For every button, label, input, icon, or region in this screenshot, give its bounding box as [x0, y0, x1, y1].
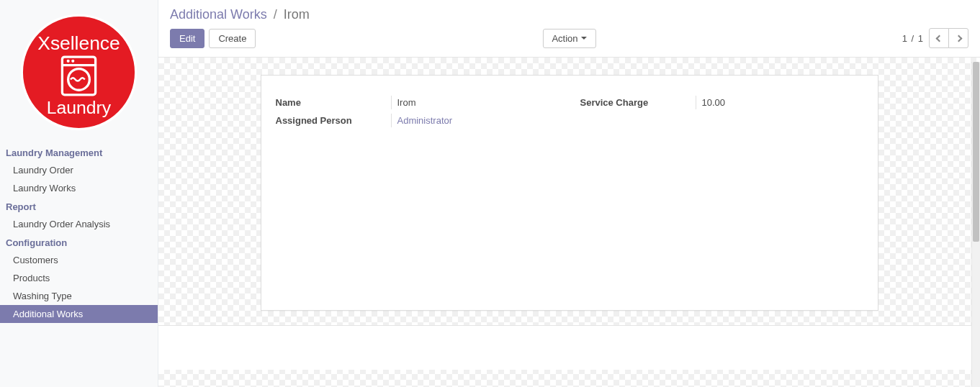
- pager-text: 1 / 1: [902, 33, 923, 44]
- breadcrumb: Additional Works / Irom: [158, 0, 980, 28]
- logo-top-text: Xsellence: [37, 32, 120, 54]
- edit-button[interactable]: Edit: [170, 29, 204, 48]
- pager-prev-button[interactable]: [929, 28, 949, 48]
- nav-section-report[interactable]: Report: [0, 197, 158, 215]
- field-value-assigned-person[interactable]: Administrator: [391, 114, 559, 127]
- pager-next-button[interactable]: [948, 28, 968, 48]
- nav-item-products[interactable]: Products: [0, 269, 158, 287]
- form-footer-area: [158, 325, 980, 370]
- nav-item-customers[interactable]: Customers: [0, 251, 158, 269]
- chevron-right-icon: [955, 35, 962, 42]
- action-dropdown-button[interactable]: Action: [542, 29, 595, 48]
- scrollbar-thumb[interactable]: [973, 62, 979, 242]
- nav-section-laundry-management[interactable]: Laundry Management: [0, 143, 158, 161]
- breadcrumb-separator: /: [274, 7, 277, 22]
- caret-down-icon: [581, 37, 587, 40]
- main-content: Additional Works / Irom Edit Create Acti…: [158, 0, 980, 387]
- create-button[interactable]: Create: [209, 29, 256, 48]
- vertical-scrollbar[interactable]: [971, 62, 980, 387]
- field-label-service-charge: Service Charge: [580, 97, 696, 108]
- svg-point-5: [71, 60, 74, 63]
- field-value-name: Irom: [391, 96, 559, 109]
- navigation: Laundry Management Laundry Order Laundry…: [0, 139, 158, 323]
- nav-item-laundry-order-analysis[interactable]: Laundry Order Analysis: [0, 215, 158, 233]
- company-logo[interactable]: Xsellence Laundry: [0, 0, 158, 139]
- breadcrumb-current: Irom: [284, 7, 310, 22]
- toolbar: Edit Create Action 1 / 1: [158, 28, 980, 58]
- action-label: Action: [552, 33, 577, 44]
- nav-item-laundry-order[interactable]: Laundry Order: [0, 161, 158, 179]
- record-card: Name Irom Assigned Person Administrator …: [261, 75, 878, 311]
- nav-section-configuration[interactable]: Configuration: [0, 233, 158, 251]
- pager: 1 / 1: [902, 28, 968, 48]
- svg-point-4: [67, 60, 70, 63]
- logo-bottom-text: Laundry: [47, 98, 112, 117]
- chevron-left-icon: [935, 35, 943, 42]
- breadcrumb-parent[interactable]: Additional Works: [170, 7, 267, 22]
- nav-item-washing-type[interactable]: Washing Type: [0, 287, 158, 305]
- field-value-service-charge: 10.00: [696, 96, 863, 109]
- field-label-name: Name: [276, 97, 391, 108]
- form-view-content: Name Irom Assigned Person Administrator …: [158, 58, 980, 387]
- field-label-assigned-person: Assigned Person: [276, 115, 391, 126]
- nav-item-laundry-works[interactable]: Laundry Works: [0, 179, 158, 197]
- sidebar: Xsellence Laundry Laundry Management Lau…: [0, 0, 158, 387]
- nav-item-additional-works[interactable]: Additional Works: [0, 305, 158, 323]
